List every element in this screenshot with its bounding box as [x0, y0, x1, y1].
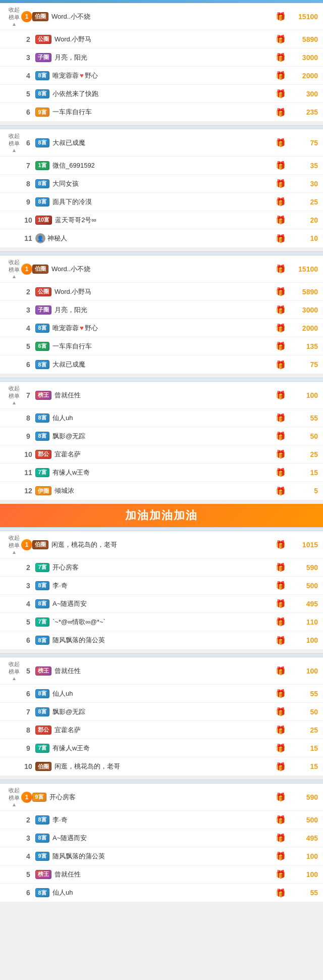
section-5: 收起 榜单 ▲ 1 伯圈 闲逛，桃花岛的，老哥 🎁 1015 2 7富 开心房客… [0, 531, 323, 649]
gift-count: 25 [288, 450, 318, 458]
rank-row: 9 7富 有缘人w王奇 🎁 15 [0, 739, 323, 757]
rank-row: 7 8富 飘影@无踪 🎁 50 [0, 703, 323, 721]
gift-count: 15 [288, 762, 318, 770]
user-badge: 7富 [35, 563, 49, 572]
rank-number: 4 [21, 600, 35, 608]
rank-number: 6 [21, 139, 35, 147]
gift-icon: 🎁 [276, 287, 286, 296]
rank-row: 6 8富 仙人uh 🎁 55 [0, 884, 323, 902]
user-badge: 8富 [35, 636, 49, 645]
user-name: 9富 一车库自行车 [35, 108, 276, 117]
user-badge: 子圈 [35, 305, 51, 315]
rank-number: 1 [21, 792, 32, 803]
gift-icon: 🎁 [276, 869, 286, 879]
section-7: 收起 榜单 ▲ 1 9富 开心房客 🎁 590 2 8富 李·奇 🎁 500 [0, 784, 323, 902]
gift-icon: 🎁 [276, 179, 286, 188]
user-badge: 8富 [35, 689, 49, 698]
gift-icon: 🎁 [276, 215, 286, 225]
rank-number: 9 [21, 432, 35, 440]
user-name: 榜王 曾就任性 [35, 666, 276, 676]
rank-row: 8 8富 大同女孩 🎁 30 [0, 175, 323, 193]
gift-icon: 🎁 [276, 413, 286, 423]
gift-icon: 🎁 [276, 486, 286, 496]
user-name: 1富 微信_6991592 [35, 161, 276, 170]
gift-count: 15 [288, 744, 318, 752]
collapse-btn-4[interactable]: 收起 榜单 ▲ [7, 385, 21, 405]
gift-count: 590 [288, 563, 318, 572]
rank-row: 收起 榜单 ▲ 1 伯圈 Word..小不烧 🎁 15100 [0, 3, 323, 30]
user-name: 8富 李·奇 [35, 581, 276, 590]
divider [0, 125, 323, 129]
gift-count: 15100 [288, 265, 318, 273]
rank-number: 10 [21, 450, 35, 458]
rank-number: 10 [21, 216, 35, 224]
chevron-up-icon: ▲ [12, 21, 17, 27]
rank-row: 收起 榜单 ▲ 7 榜王 曾就任性 🎁 100 [0, 382, 323, 409]
rank-number: 1 [21, 11, 32, 22]
collapse-btn-5[interactable]: 收起 榜单 ▲ [7, 534, 21, 555]
gift-icon: 🎁 [276, 636, 286, 645]
rank-number: 2 [21, 35, 35, 43]
divider [0, 653, 323, 657]
user-name: 8富 随风飘落的蒲公英 [35, 636, 276, 645]
gift-count: 20 [288, 216, 318, 224]
chevron-up-icon: ▲ [12, 802, 17, 807]
user-name: 7富 开心房客 [35, 563, 276, 572]
collapse-btn-6[interactable]: 收起 榜单 ▲ [7, 660, 21, 681]
collapse-label2: 榜单 [9, 266, 20, 274]
user-badge: 伊圈 [35, 486, 51, 495]
gift-icon: 🎁 [276, 833, 286, 843]
section-3: 收起 榜单 ▲ 1 伯圈 Word..小不烧 🎁 15100 2 公圈 Word… [0, 255, 323, 374]
user-name: 8富 飘影@无踪 [35, 707, 276, 716]
rank-row: 11 7富 有缘人w王奇 🎁 15 [0, 463, 323, 482]
user-badge: 8富 [35, 815, 49, 824]
collapse-label: 收起 [9, 6, 20, 14]
user-badge: 公圈 [35, 35, 51, 44]
rank-row: 收起 榜单 ▲ 1 9富 开心房客 🎁 590 [0, 784, 323, 811]
rank-number: 3 [21, 306, 35, 314]
collapse-btn-7[interactable]: 收起 榜单 ▲ [7, 787, 21, 807]
collapse-label2: 榜单 [9, 140, 20, 147]
collapse-label2: 榜单 [9, 392, 20, 400]
rank-row: 11 👤 神秘人 🎁 10 [0, 229, 323, 247]
gift-icon: 🎁 [276, 53, 286, 62]
rank-number: 3 [21, 54, 35, 62]
rank-row: 10 伯圈 闲逛，桃花岛的，老哥 🎁 15 [0, 757, 323, 776]
gift-icon: 🎁 [276, 725, 286, 735]
gift-count: 235 [288, 108, 318, 116]
user-badge: 伯圈 [32, 265, 48, 274]
user-badge: 7富 [35, 744, 49, 753]
gift-count: 50 [288, 708, 318, 716]
user-name: 9富 开心房客 [32, 793, 276, 802]
user-name: 郡公 宜藿名萨 [35, 726, 276, 735]
gift-icon: 🎁 [276, 449, 286, 459]
rank-row: 9 8富 面具下的冷漠 🎁 25 [0, 193, 323, 211]
rank-row: 12 伊圈 倾城浓 🎁 5 [0, 482, 323, 500]
collapse-btn-2[interactable]: 收起 榜单 ▲ [7, 132, 21, 153]
user-badge: 8富 [35, 432, 49, 441]
gift-count: 5890 [288, 35, 318, 43]
rank-number: 6 [21, 636, 35, 644]
gift-count: 100 [288, 852, 318, 860]
user-badge: 9富 [35, 852, 49, 861]
gift-count: 590 [288, 793, 318, 801]
rank-row: 5 6富 一车库自行车 🎁 135 [0, 337, 323, 355]
user-badge: 伯圈 [35, 762, 51, 771]
collapse-label2: 榜单 [9, 794, 20, 802]
user-name: 6富 一车库自行车 [35, 342, 276, 351]
section-1: 收起 榜单 ▲ 1 伯圈 Word..小不烧 🎁 15100 2 公圈 Word… [0, 3, 323, 121]
user-name: 子圈 月亮，阳光 [35, 305, 276, 315]
collapse-btn-1[interactable]: 收起 榜单 ▲ [7, 6, 21, 27]
user-name: 公圈 Word.小野马 [35, 35, 276, 44]
mystery-icon: 👤 [35, 233, 45, 243]
collapse-btn-3[interactable]: 收起 榜单 ▲ [7, 259, 21, 279]
gift-count: 100 [288, 391, 318, 399]
gift-icon: 🎁 [276, 161, 286, 170]
rank-number: 8 [21, 180, 35, 188]
user-badge: 8富 [35, 707, 49, 716]
rank-number: 4 [21, 324, 35, 332]
rank-row: 收起 榜单 ▲ 1 伯圈 Word..小不烧 🎁 15100 [0, 255, 323, 283]
rank-number: 7 [21, 708, 35, 716]
rank-row: 2 公圈 Word.小野马 🎁 5890 [0, 30, 323, 48]
collapse-label: 收起 [9, 259, 20, 266]
